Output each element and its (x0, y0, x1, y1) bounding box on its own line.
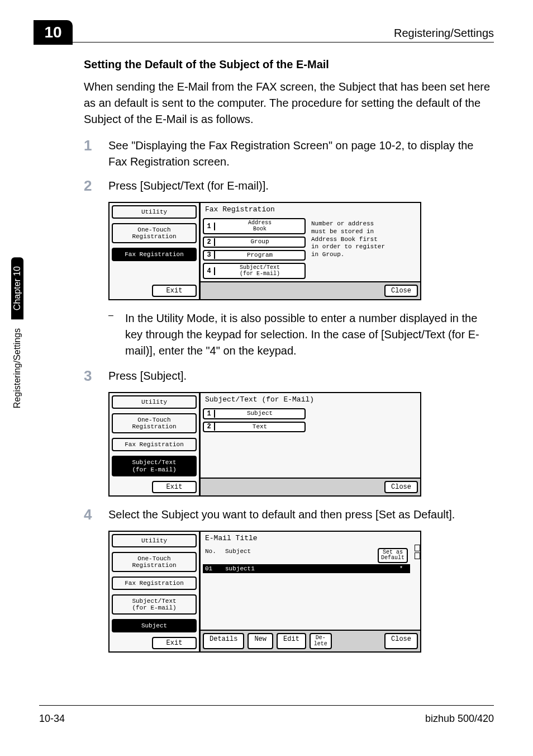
row-subject: subject1 (225, 565, 394, 572)
breadcrumb-utility[interactable]: Utility (112, 205, 197, 219)
option-number: 3 (204, 251, 215, 259)
step-1: 1 See "Displaying the Fax Registration S… (84, 138, 494, 170)
page-number: 10-34 (39, 713, 65, 725)
panel-title: Fax Registration (201, 203, 420, 216)
lcd-screenshot-fax-registration: Utility One-Touch Registration Fax Regis… (108, 202, 421, 300)
footer-rule (39, 705, 494, 706)
product-name: bizhub 500/420 (425, 713, 494, 725)
breadcrumb-onetouch[interactable]: One-Touch Registration (112, 413, 197, 433)
option-text[interactable]: 2 Text (203, 422, 306, 433)
step-text: Press [Subject]. (108, 368, 187, 384)
breadcrumb-fax-registration[interactable]: Fax Registration (112, 248, 197, 261)
option-label: Subject/Text (for E-mail) (215, 264, 304, 278)
header-rule (73, 42, 494, 42)
bullet-dash: – (108, 310, 125, 359)
step-text: Press [Subject/Text (for E-mail)]. (108, 178, 269, 194)
option-address-book[interactable]: 1 Address Book (203, 218, 306, 234)
scroll-down-icon[interactable] (415, 552, 420, 559)
panel-title: Subject/Text (for E-Mail) (201, 393, 420, 406)
option-group[interactable]: 2 Group (203, 237, 306, 248)
side-tab-chapter: Chapter 10 (11, 257, 23, 319)
new-button[interactable]: New (248, 633, 273, 649)
close-button[interactable]: Close (384, 481, 418, 493)
scroll-up-icon[interactable] (415, 545, 420, 551)
step-2: 2 Press [Subject/Text (for E-mail)]. (84, 178, 494, 194)
breadcrumb-utility[interactable]: Utility (112, 534, 197, 547)
option-number: 2 (204, 423, 215, 431)
option-number: 1 (204, 410, 215, 418)
option-subject[interactable]: 1 Subject (203, 408, 306, 419)
step-text: Select the Subject you want to default a… (108, 507, 455, 523)
step-number: 2 (84, 178, 108, 194)
option-number: 1 (204, 223, 215, 230)
exit-button[interactable]: Exit (152, 481, 197, 493)
breadcrumb-onetouch[interactable]: One-Touch Registration (112, 552, 197, 572)
step-number: 3 (84, 368, 108, 384)
exit-button[interactable]: Exit (152, 285, 197, 297)
col-subject: Subject (225, 548, 378, 563)
panel-title: E-Mail Title (201, 532, 420, 545)
col-no: No. (205, 548, 225, 563)
scrollbar[interactable] (415, 545, 420, 630)
step-4: 4 Select the Subject you want to default… (84, 507, 494, 523)
option-label: Group (215, 238, 304, 247)
row-default-mark: * (394, 565, 408, 572)
option-number: 4 (204, 267, 215, 275)
exit-button[interactable]: Exit (152, 637, 197, 649)
breadcrumb-onetouch[interactable]: One-Touch Registration (112, 223, 197, 243)
option-label: Subject (215, 409, 304, 418)
breadcrumb-utility[interactable]: Utility (112, 395, 197, 409)
delete-button[interactable]: De- lete (310, 633, 332, 649)
step-text: See "Displaying the Fax Registration Scr… (108, 138, 494, 170)
panel-help-text: Number or address must be stored in Addr… (311, 218, 385, 279)
row-no: 01 (205, 565, 225, 572)
lcd-screenshot-subject-text: Utility One-Touch Registration Fax Regis… (108, 392, 421, 497)
set-as-default-button[interactable]: Set as Default (378, 548, 408, 563)
side-tab-section: Registering/Settings (11, 319, 23, 417)
close-button[interactable]: Close (384, 633, 418, 649)
option-label: Text (215, 423, 304, 432)
step-number: 4 (84, 507, 108, 523)
edit-button[interactable]: Edit (277, 633, 306, 649)
breadcrumb-fax-registration[interactable]: Fax Registration (112, 577, 197, 590)
lcd-screenshot-email-title: Utility One-Touch Registration Fax Regis… (108, 531, 421, 653)
section-title: Setting the Default of the Subject of th… (84, 58, 494, 71)
details-button[interactable]: Details (203, 633, 244, 649)
breadcrumb-subject[interactable]: Subject (112, 619, 197, 632)
breadcrumb-subject-text[interactable]: Subject/Text (for E-mail) (112, 456, 197, 476)
breadcrumb-subject-text[interactable]: Subject/Text (for E-mail) (112, 594, 197, 615)
header-section-title: Registering/Settings (394, 27, 494, 40)
chapter-number-tab: 10 (34, 20, 73, 45)
option-program[interactable]: 3 Program (203, 250, 306, 261)
option-label: Address Book (215, 219, 304, 233)
step-3: 3 Press [Subject]. (84, 368, 494, 384)
option-label: Program (215, 251, 304, 260)
close-button[interactable]: Close (384, 285, 418, 297)
table-row[interactable]: 01 subject1 * (203, 564, 410, 573)
note-text: In the Utility Mode, it is also possible… (125, 310, 494, 359)
intro-paragraph: When sending the E-Mail from the FAX scr… (84, 79, 494, 127)
breadcrumb-fax-registration[interactable]: Fax Registration (112, 438, 197, 451)
option-subject-text[interactable]: 4 Subject/Text (for E-mail) (203, 263, 306, 279)
step-number: 1 (84, 138, 108, 170)
step-2-note: – In the Utility Mode, it is also possib… (108, 310, 494, 359)
option-number: 2 (204, 238, 215, 246)
